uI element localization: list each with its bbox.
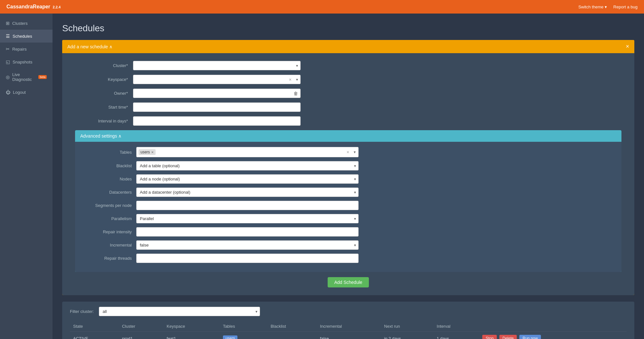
- filter-cluster-select-wrapper: all prod1 prod2 ▾: [99, 307, 260, 316]
- brand: CassandraReaper 2.2.4: [6, 4, 61, 10]
- incremental-select[interactable]: false: [136, 240, 359, 250]
- blacklist-select-wrapper: Add a table (optional) ▾: [136, 161, 359, 170]
- tables-row: Tables users ✕ × ▾: [75, 147, 621, 157]
- blacklist-select[interactable]: Add a table (optional): [136, 161, 359, 170]
- interval-input[interactable]: 1: [133, 116, 301, 126]
- keyspace-input[interactable]: feat1: [133, 75, 301, 84]
- sidebar: ⊞ Clusters ☰ Schedules ✂ Repairs ◱ Snaps…: [0, 14, 53, 339]
- parallelism-select[interactable]: Parallel: [136, 214, 359, 223]
- advanced-settings-header[interactable]: Advanced settings ∧: [75, 130, 621, 142]
- row-cluster: prod1: [119, 332, 164, 339]
- col-interval: Interval: [434, 321, 479, 332]
- row-blacklist: [267, 332, 317, 339]
- segments-per-node-row: Segments per node 64: [75, 201, 621, 210]
- nodes-select[interactable]: Add a node (optional): [136, 174, 359, 184]
- cluster-input[interactable]: prod1: [133, 61, 301, 70]
- keyspace-select-wrapper: feat1 × ▾: [133, 75, 301, 84]
- nodes-row: Nodes Add a node (optional) ▾: [75, 174, 621, 184]
- owner-row: Owner* ops 🗑: [62, 89, 634, 98]
- tables-tag-close-icon[interactable]: ✕: [151, 150, 154, 154]
- sidebar-item-label: Schedules: [13, 34, 32, 39]
- schedule-table: State Cluster Keyspace Tables Blacklist …: [70, 321, 627, 339]
- switch-theme-link[interactable]: Switch theme ▾: [578, 5, 607, 9]
- repair-intensity-row: Repair intensity 1: [75, 227, 621, 237]
- tables-tag-input[interactable]: users ✕ × ▾: [136, 147, 359, 157]
- report-bug-link[interactable]: Report a bug: [613, 5, 638, 9]
- sidebar-item-snapshots[interactable]: ◱ Snapshots: [0, 55, 53, 68]
- datacenters-row: Datacenters Add a datacenter (optional) …: [75, 188, 621, 197]
- keyspace-clear-icon[interactable]: ×: [289, 77, 292, 82]
- sidebar-item-label: Snapshots: [13, 60, 32, 64]
- row-actions: Stop Delete Run now: [479, 332, 627, 339]
- parallelism-label: Parallelism: [85, 216, 136, 221]
- parallelism-select-wrapper: Parallel ▾: [136, 214, 359, 223]
- segments-per-node-input[interactable]: 64: [136, 201, 359, 210]
- tables-clear-icon[interactable]: ×: [347, 150, 349, 155]
- filter-cluster-select[interactable]: all prod1 prod2: [99, 307, 260, 316]
- filter-section: Filter cluster: all prod1 prod2 ▾ State …: [62, 302, 634, 339]
- col-keyspace: Keyspace: [163, 321, 220, 332]
- delete-button[interactable]: Delete: [499, 335, 517, 339]
- sidebar-item-label: Live Diagnostic: [12, 72, 35, 82]
- snapshots-icon: ◱: [6, 59, 10, 64]
- logout-icon: ⏻: [6, 90, 10, 95]
- sidebar-item-logout[interactable]: ⏻ Logout: [0, 86, 53, 99]
- row-tables: users: [220, 332, 267, 339]
- datacenters-label: Datacenters: [85, 190, 136, 195]
- advanced-settings-panel: Advanced settings ∧ Tables users ✕ × ▾: [75, 130, 621, 272]
- blacklist-row: Blacklist Add a table (optional) ▾: [75, 161, 621, 170]
- sidebar-item-schedules[interactable]: ☰ Schedules: [0, 30, 53, 43]
- clusters-icon: ⊞: [6, 21, 10, 26]
- row-next-run: in 2 days: [381, 332, 433, 339]
- keyspace-row: Keyspace* feat1 × ▾: [62, 75, 634, 84]
- tables-label: Tables: [85, 150, 136, 155]
- interval-label: Interval in days*: [75, 119, 133, 123]
- sidebar-item-live-diagnostic[interactable]: ◎ Live Diagnostic beta: [0, 68, 53, 86]
- col-incremental: Incremental: [317, 321, 381, 332]
- brand-reaper: Reaper: [33, 4, 50, 9]
- row-incremental: false: [317, 332, 381, 339]
- col-blacklist: Blacklist: [267, 321, 317, 332]
- tables-tag-value: users: [140, 150, 150, 154]
- owner-input-wrapper: ops 🗑: [133, 89, 301, 98]
- sidebar-item-clusters[interactable]: ⊞ Clusters: [0, 17, 53, 30]
- tables-dropdown-arrow-icon: ▾: [354, 150, 356, 154]
- incremental-select-wrapper: false ▾: [136, 240, 359, 250]
- run-now-button[interactable]: Run now: [519, 335, 541, 339]
- sidebar-item-repairs[interactable]: ✂ Repairs: [0, 43, 53, 55]
- col-state: State: [70, 321, 119, 332]
- start-time-input[interactable]: 22 April 2021 13:55: [133, 102, 301, 112]
- datacenters-select[interactable]: Add a datacenter (optional): [136, 188, 359, 197]
- repair-threads-input[interactable]: 1: [136, 254, 359, 263]
- col-tables: Tables: [220, 321, 267, 332]
- add-schedule-panel: Add a new schedule ∧ × Cluster* prod1 ▾ …: [62, 40, 634, 295]
- nodes-select-wrapper: Add a node (optional) ▾: [136, 174, 359, 184]
- brand-version: 2.2.4: [53, 5, 61, 9]
- owner-label: Owner*: [75, 91, 133, 96]
- filter-row: Filter cluster: all prod1 prod2 ▾: [70, 307, 627, 316]
- add-schedule-close-button[interactable]: ×: [626, 43, 629, 50]
- parallelism-row: Parallelism Parallel ▾: [75, 214, 621, 223]
- cluster-label: Cluster*: [75, 63, 133, 68]
- nodes-label: Nodes: [85, 177, 136, 181]
- beta-badge: beta: [38, 75, 47, 79]
- add-schedule-panel-header[interactable]: Add a new schedule ∧ ×: [62, 40, 634, 53]
- sidebar-item-label: Repairs: [12, 47, 27, 52]
- blacklist-label: Blacklist: [85, 163, 136, 168]
- incremental-label: Incremental: [85, 243, 136, 247]
- topbar: CassandraReaper 2.2.4 Switch theme ▾ Rep…: [0, 0, 644, 14]
- segments-per-node-label: Segments per node: [85, 203, 136, 208]
- tables-tag: users ✕: [139, 149, 156, 155]
- incremental-row: Incremental false ▾: [75, 240, 621, 250]
- sidebar-item-label: Clusters: [12, 21, 28, 26]
- sidebar-item-label: Logout: [13, 90, 26, 95]
- repair-intensity-input[interactable]: 1: [136, 227, 359, 237]
- live-diagnostic-icon: ◎: [6, 74, 10, 80]
- repair-intensity-label: Repair intensity: [85, 229, 136, 234]
- owner-input[interactable]: ops: [133, 89, 301, 98]
- datacenters-select-wrapper: Add a datacenter (optional) ▾: [136, 188, 359, 197]
- add-schedule-button[interactable]: Add Schedule: [328, 277, 369, 287]
- add-schedule-button-row: Add Schedule: [62, 277, 634, 287]
- cluster-select-wrapper: prod1 ▾: [133, 61, 301, 70]
- stop-button[interactable]: Stop: [482, 335, 497, 339]
